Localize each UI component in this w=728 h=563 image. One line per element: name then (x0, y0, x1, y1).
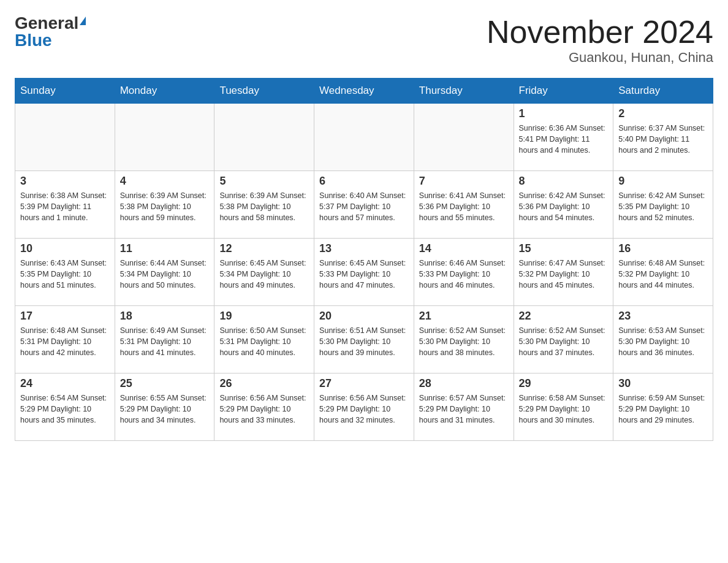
calendar-subtitle: Guankou, Hunan, China (487, 50, 713, 66)
calendar-cell (214, 104, 314, 171)
day-info: Sunrise: 6:52 AM Sunset: 5:30 PM Dayligh… (519, 325, 609, 358)
day-number: 5 (219, 175, 309, 188)
calendar-cell: 6Sunrise: 6:40 AM Sunset: 5:37 PM Daylig… (314, 171, 414, 239)
calendar-cell: 12Sunrise: 6:45 AM Sunset: 5:34 PM Dayli… (214, 239, 314, 306)
day-info: Sunrise: 6:56 AM Sunset: 5:29 PM Dayligh… (319, 393, 409, 426)
day-info: Sunrise: 6:42 AM Sunset: 5:35 PM Dayligh… (618, 190, 708, 223)
day-number: 23 (618, 310, 708, 323)
weekday-header-row: SundayMondayTuesdayWednesdayThursdayFrid… (15, 79, 713, 104)
day-info: Sunrise: 6:39 AM Sunset: 5:38 PM Dayligh… (120, 190, 210, 223)
day-number: 22 (519, 310, 609, 323)
weekday-header-wednesday: Wednesday (314, 79, 414, 104)
calendar-cell: 17Sunrise: 6:48 AM Sunset: 5:31 PM Dayli… (15, 306, 115, 373)
day-number: 13 (319, 242, 409, 255)
calendar-week-row: 17Sunrise: 6:48 AM Sunset: 5:31 PM Dayli… (15, 306, 713, 373)
day-info: Sunrise: 6:40 AM Sunset: 5:37 PM Dayligh… (319, 190, 409, 223)
day-number: 29 (519, 377, 609, 390)
calendar-cell: 21Sunrise: 6:52 AM Sunset: 5:30 PM Dayli… (414, 306, 514, 373)
logo-blue-text: Blue (15, 32, 52, 49)
day-number: 17 (20, 310, 110, 323)
calendar-cell: 19Sunrise: 6:50 AM Sunset: 5:31 PM Dayli… (214, 306, 314, 373)
calendar-cell: 14Sunrise: 6:46 AM Sunset: 5:33 PM Dayli… (414, 239, 514, 306)
weekday-header-tuesday: Tuesday (214, 79, 314, 104)
calendar-cell: 22Sunrise: 6:52 AM Sunset: 5:30 PM Dayli… (514, 306, 613, 373)
day-number: 27 (319, 377, 409, 390)
calendar-cell: 25Sunrise: 6:55 AM Sunset: 5:29 PM Dayli… (115, 373, 214, 441)
calendar-cell: 5Sunrise: 6:39 AM Sunset: 5:38 PM Daylig… (214, 171, 314, 239)
day-info: Sunrise: 6:59 AM Sunset: 5:29 PM Dayligh… (618, 393, 708, 426)
day-info: Sunrise: 6:53 AM Sunset: 5:30 PM Dayligh… (618, 325, 708, 358)
day-number: 11 (120, 242, 210, 255)
day-info: Sunrise: 6:58 AM Sunset: 5:29 PM Dayligh… (519, 393, 609, 426)
day-info: Sunrise: 6:42 AM Sunset: 5:36 PM Dayligh… (519, 190, 609, 223)
calendar-cell (15, 104, 115, 171)
day-number: 16 (618, 242, 708, 255)
day-info: Sunrise: 6:48 AM Sunset: 5:32 PM Dayligh… (618, 258, 708, 291)
day-number: 3 (20, 175, 110, 188)
day-info: Sunrise: 6:44 AM Sunset: 5:34 PM Dayligh… (120, 258, 210, 291)
day-number: 9 (618, 175, 708, 188)
day-number: 21 (419, 310, 509, 323)
day-info: Sunrise: 6:45 AM Sunset: 5:34 PM Dayligh… (219, 258, 309, 291)
day-info: Sunrise: 6:57 AM Sunset: 5:29 PM Dayligh… (419, 393, 509, 426)
calendar-week-row: 24Sunrise: 6:54 AM Sunset: 5:29 PM Dayli… (15, 373, 713, 441)
day-number: 26 (219, 377, 309, 390)
weekday-header-monday: Monday (115, 79, 214, 104)
weekday-header-saturday: Saturday (613, 79, 713, 104)
calendar-week-row: 1Sunrise: 6:36 AM Sunset: 5:41 PM Daylig… (15, 104, 713, 171)
calendar-cell: 11Sunrise: 6:44 AM Sunset: 5:34 PM Dayli… (115, 239, 214, 306)
calendar-cell (414, 104, 514, 171)
day-info: Sunrise: 6:54 AM Sunset: 5:29 PM Dayligh… (20, 393, 110, 426)
day-number: 1 (519, 107, 609, 120)
day-number: 10 (20, 242, 110, 255)
calendar-cell: 10Sunrise: 6:43 AM Sunset: 5:35 PM Dayli… (15, 239, 115, 306)
day-info: Sunrise: 6:48 AM Sunset: 5:31 PM Dayligh… (20, 325, 110, 358)
calendar-cell: 28Sunrise: 6:57 AM Sunset: 5:29 PM Dayli… (414, 373, 514, 441)
calendar-cell: 3Sunrise: 6:38 AM Sunset: 5:39 PM Daylig… (15, 171, 115, 239)
weekday-header-friday: Friday (514, 79, 613, 104)
calendar-cell: 13Sunrise: 6:45 AM Sunset: 5:33 PM Dayli… (314, 239, 414, 306)
day-number: 6 (319, 175, 409, 188)
weekday-header-sunday: Sunday (15, 79, 115, 104)
calendar-cell: 29Sunrise: 6:58 AM Sunset: 5:29 PM Dayli… (514, 373, 613, 441)
day-number: 15 (519, 242, 609, 255)
day-info: Sunrise: 6:38 AM Sunset: 5:39 PM Dayligh… (20, 190, 110, 223)
day-info: Sunrise: 6:47 AM Sunset: 5:32 PM Dayligh… (519, 258, 609, 291)
day-info: Sunrise: 6:37 AM Sunset: 5:40 PM Dayligh… (618, 123, 708, 156)
day-number: 8 (519, 175, 609, 188)
calendar-cell: 9Sunrise: 6:42 AM Sunset: 5:35 PM Daylig… (613, 171, 713, 239)
day-number: 28 (419, 377, 509, 390)
calendar-title-block: November 2024 Guankou, Hunan, China (487, 15, 713, 66)
day-info: Sunrise: 6:39 AM Sunset: 5:38 PM Dayligh… (219, 190, 309, 223)
day-number: 4 (120, 175, 210, 188)
day-number: 12 (219, 242, 309, 255)
day-info: Sunrise: 6:56 AM Sunset: 5:29 PM Dayligh… (219, 393, 309, 426)
calendar-cell: 24Sunrise: 6:54 AM Sunset: 5:29 PM Dayli… (15, 373, 115, 441)
calendar-cell: 20Sunrise: 6:51 AM Sunset: 5:30 PM Dayli… (314, 306, 414, 373)
day-info: Sunrise: 6:36 AM Sunset: 5:41 PM Dayligh… (519, 123, 609, 156)
calendar-cell (314, 104, 414, 171)
calendar-table: SundayMondayTuesdayWednesdayThursdayFrid… (15, 78, 713, 441)
logo-general-text: General (15, 15, 78, 32)
day-number: 14 (419, 242, 509, 255)
calendar-cell: 23Sunrise: 6:53 AM Sunset: 5:30 PM Dayli… (613, 306, 713, 373)
day-number: 19 (219, 310, 309, 323)
day-info: Sunrise: 6:41 AM Sunset: 5:36 PM Dayligh… (419, 190, 509, 223)
day-number: 30 (618, 377, 708, 390)
day-info: Sunrise: 6:51 AM Sunset: 5:30 PM Dayligh… (319, 325, 409, 358)
day-number: 2 (618, 107, 708, 120)
day-info: Sunrise: 6:45 AM Sunset: 5:33 PM Dayligh… (319, 258, 409, 291)
day-number: 20 (319, 310, 409, 323)
weekday-header-thursday: Thursday (414, 79, 514, 104)
page-header: General Blue November 2024 Guankou, Huna… (15, 15, 713, 66)
calendar-cell: 15Sunrise: 6:47 AM Sunset: 5:32 PM Dayli… (514, 239, 613, 306)
day-number: 25 (120, 377, 210, 390)
day-info: Sunrise: 6:52 AM Sunset: 5:30 PM Dayligh… (419, 325, 509, 358)
day-info: Sunrise: 6:49 AM Sunset: 5:31 PM Dayligh… (120, 325, 210, 358)
calendar-cell: 26Sunrise: 6:56 AM Sunset: 5:29 PM Dayli… (214, 373, 314, 441)
day-info: Sunrise: 6:55 AM Sunset: 5:29 PM Dayligh… (120, 393, 210, 426)
calendar-header: SundayMondayTuesdayWednesdayThursdayFrid… (15, 79, 713, 104)
calendar-week-row: 10Sunrise: 6:43 AM Sunset: 5:35 PM Dayli… (15, 239, 713, 306)
day-number: 7 (419, 175, 509, 188)
calendar-cell: 1Sunrise: 6:36 AM Sunset: 5:41 PM Daylig… (514, 104, 613, 171)
